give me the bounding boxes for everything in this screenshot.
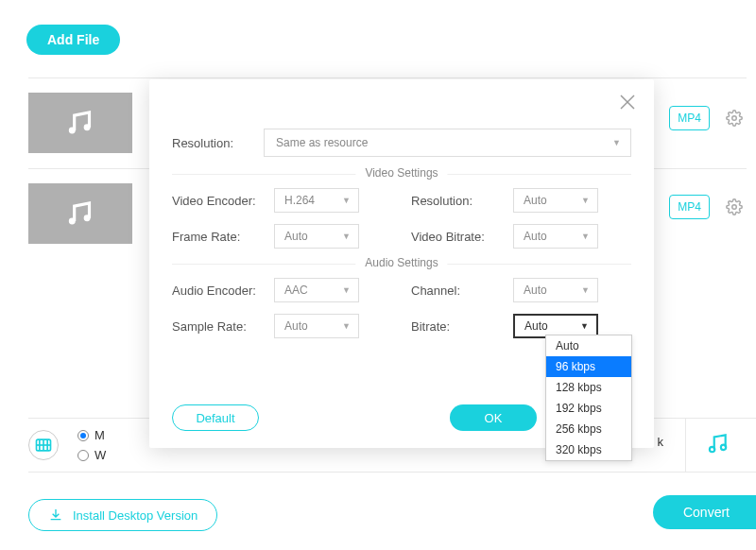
dropdown-option[interactable]: 256 kbps — [546, 419, 631, 439]
chevron-down-icon: ▼ — [342, 232, 351, 241]
music-icon[interactable] — [685, 418, 743, 473]
chevron-down-icon: ▼ — [581, 196, 590, 205]
divider — [28, 77, 747, 78]
audio-encoder-label: Audio Encoder: — [172, 284, 266, 298]
radio-option-w[interactable]: W — [77, 448, 106, 462]
dropdown-option[interactable]: 128 kbps — [546, 377, 631, 398]
channel-select[interactable]: Auto▼ — [513, 278, 598, 302]
audio-encoder-select[interactable]: AAC▼ — [274, 278, 359, 302]
radio-label: W — [94, 448, 106, 462]
radio-label: M — [94, 428, 105, 442]
chevron-down-icon: ▼ — [342, 196, 351, 205]
music-file-icon — [28, 183, 132, 244]
settings-gear-icon[interactable] — [726, 110, 743, 130]
chevron-down-icon: ▼ — [612, 138, 621, 147]
framerate-select[interactable]: Auto▼ — [274, 224, 359, 249]
svg-point-5 — [732, 205, 737, 210]
video-bitrate-label: Video Bitrate: — [411, 230, 506, 244]
download-icon — [48, 507, 63, 523]
dropdown-option[interactable]: 96 kbps — [546, 356, 631, 377]
framerate-label: Frame Rate: — [172, 230, 266, 244]
select-value: AAC — [284, 284, 308, 297]
chevron-down-icon: ▼ — [581, 285, 590, 295]
resolution-label: Resolution: — [172, 136, 252, 150]
k-label: k — [658, 435, 664, 449]
settings-modal: Resolution: Same as resource▼ Video Sett… — [149, 79, 654, 448]
convert-button[interactable]: Convert — [653, 495, 756, 529]
format-badge[interactable]: MP4 — [669, 195, 710, 219]
bitrate-dropdown: Auto 96 kbps 128 kbps 192 kbps 256 kbps … — [545, 335, 632, 461]
install-desktop-button[interactable]: Install Desktop Version — [28, 499, 217, 531]
video-section-title: Video Settings — [355, 166, 447, 180]
svg-point-1 — [84, 124, 91, 130]
dropdown-option[interactable]: Auto — [546, 335, 631, 356]
default-button[interactable]: Default — [172, 404, 259, 431]
select-value: H.264 — [284, 194, 315, 207]
chevron-down-icon: ▼ — [342, 285, 351, 295]
install-label: Install Desktop Version — [73, 508, 198, 523]
select-value: Auto — [524, 230, 547, 243]
select-value: Auto — [524, 319, 548, 333]
video-encoder-select[interactable]: H.264▼ — [274, 188, 359, 213]
radio-option-m[interactable]: M — [77, 428, 106, 442]
radio-group: M W — [77, 428, 106, 462]
format-badge[interactable]: MP4 — [669, 106, 710, 130]
samplerate-label: Sample Rate: — [172, 319, 266, 334]
samplerate-select[interactable]: Auto▼ — [274, 314, 359, 338]
svg-point-12 — [721, 445, 726, 450]
chevron-down-icon: ▼ — [342, 321, 351, 331]
radio-dot-icon — [77, 430, 89, 441]
close-icon[interactable] — [616, 91, 639, 117]
add-file-button[interactable]: Add File — [26, 25, 120, 55]
select-value: Same as resource — [276, 136, 368, 149]
select-value: Auto — [284, 230, 308, 243]
channel-label: Channel: — [411, 284, 506, 298]
radio-dot-icon — [77, 450, 89, 461]
svg-point-3 — [69, 217, 76, 224]
video-encoder-label: Video Encoder: — [172, 194, 266, 208]
resolution-select[interactable]: Same as resource▼ — [264, 129, 631, 157]
film-icon[interactable] — [28, 430, 59, 460]
dropdown-option[interactable]: 320 kbps — [546, 439, 631, 460]
audio-bitrate-label: Bitrate: — [411, 319, 506, 334]
video-resolution-select[interactable]: Auto▼ — [513, 188, 598, 213]
settings-gear-icon[interactable] — [726, 198, 743, 219]
svg-point-11 — [710, 447, 714, 452]
ok-button[interactable]: OK — [450, 404, 537, 431]
svg-point-4 — [84, 215, 91, 221]
video-resolution-label: Resolution: — [411, 194, 506, 208]
video-bitrate-select[interactable]: Auto▼ — [513, 224, 598, 249]
music-file-icon — [28, 93, 132, 153]
svg-point-0 — [69, 127, 76, 133]
select-value: Auto — [284, 319, 308, 333]
dropdown-option[interactable]: 192 kbps — [546, 398, 631, 419]
chevron-down-icon: ▼ — [580, 321, 589, 331]
select-value: Auto — [524, 194, 547, 207]
audio-section-title: Audio Settings — [355, 256, 447, 269]
chevron-down-icon: ▼ — [581, 232, 590, 241]
select-value: Auto — [524, 284, 547, 297]
svg-point-2 — [732, 116, 737, 121]
